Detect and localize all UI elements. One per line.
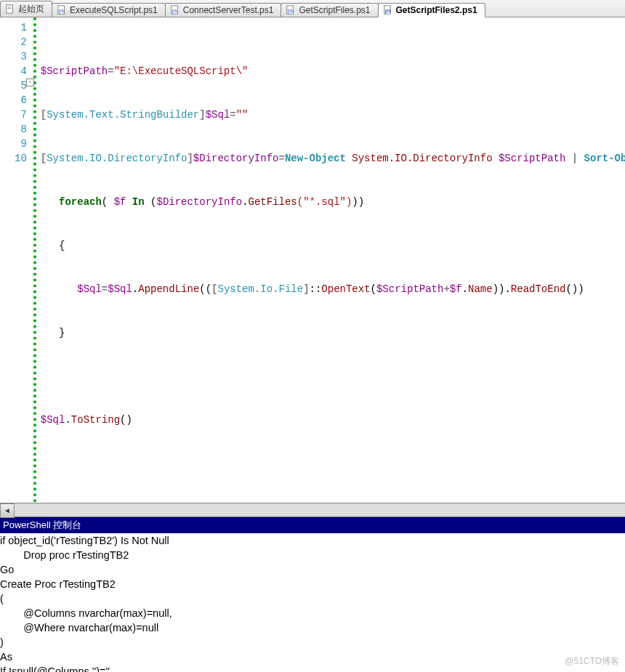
ps1-icon: ps — [286, 5, 296, 15]
code-line: $Sql.ToString() — [41, 413, 625, 427]
code-line — [41, 369, 625, 384]
line-number: 4 — [15, 64, 27, 78]
line-number: 2 — [15, 35, 27, 49]
fold-minus-icon[interactable]: - — [26, 78, 34, 86]
page-icon — [5, 4, 15, 15]
line-number: 5 — [15, 78, 27, 93]
tab-getscriptfiles[interactable]: ps GetScriptFiles.ps1 — [281, 3, 378, 17]
code-line: [System.IO.DirectoryInfo]$DirectoryInfo=… — [41, 151, 625, 166]
console-line: Drop proc rTestingTB2 — [0, 548, 625, 562]
code-line — [41, 456, 625, 471]
tab-getscriptfiles2[interactable]: ps GetScriptFiles2.ps1 — [378, 3, 485, 17]
line-number-gutter: 1 2 3 4 5 6 7 8 9 10 — [0, 17, 33, 503]
line-number: 7 — [15, 108, 27, 122]
svg-rect-2 — [8, 8, 12, 9]
console-line: @Where nvarchar(max)=null — [0, 620, 625, 635]
code-line: { — [41, 238, 625, 253]
console-line: if object_id('rTestingTB2') Is Not Null — [0, 533, 625, 548]
horizontal-scrollbar[interactable]: ◄ — [0, 503, 625, 517]
svg-text:ps: ps — [288, 8, 294, 14]
ps1-icon: ps — [57, 5, 67, 15]
tab-bar: 起始页 ps ExecuteSQLScript.ps1 ps ConnectSe… — [0, 0, 625, 17]
console-line: ) — [0, 635, 625, 649]
tab-label: GetScriptFiles2.ps1 — [396, 5, 477, 15]
line-number: 1 — [15, 20, 27, 35]
code-line: [System.Text.StringBuilder]$Sql="" — [41, 108, 625, 122]
line-number: 6 — [15, 93, 27, 108]
svg-text:ps: ps — [172, 8, 177, 14]
svg-text:ps: ps — [59, 8, 65, 14]
console-line: Go — [0, 562, 625, 577]
svg-rect-1 — [8, 7, 12, 7]
console-line: As — [0, 649, 625, 664]
scroll-left-icon[interactable]: ◄ — [0, 503, 15, 518]
console-line: @Columns nvarchar(max)=null, — [0, 606, 625, 620]
line-number: 3 — [15, 49, 27, 64]
line-number: 8 — [15, 122, 27, 137]
console-line: ( — [0, 591, 625, 606]
tab-connect-server[interactable]: ps ConnectServerTest.ps1 — [165, 3, 282, 17]
powershell-console-output[interactable]: if object_id('rTestingTB2') Is Not Null … — [0, 533, 625, 672]
tab-label: GetScriptFiles.ps1 — [299, 5, 370, 15]
code-line: $ScriptPath="E:\ExecuteSQLScript\" — [41, 64, 625, 78]
code-line: $Sql=$Sql.AppendLine(([System.Io.File]::… — [41, 282, 625, 296]
ps1-icon: ps — [383, 5, 393, 15]
tab-label: 起始页 — [18, 3, 44, 15]
tab-label: ExecuteSQLScript.ps1 — [70, 5, 158, 15]
console-line: If Isnull(@Columns,'')='' — [0, 664, 625, 672]
line-number: 10 — [15, 151, 27, 166]
svg-text:ps: ps — [384, 8, 390, 14]
tab-start-page[interactable]: 起始页 — [0, 1, 52, 17]
console-panel-title: PowerShell 控制台 — [0, 517, 625, 533]
svg-rect-0 — [7, 4, 13, 12]
watermark: @51CTO博客 — [565, 655, 619, 668]
code-line: } — [41, 325, 625, 340]
code-editor[interactable]: 1 2 3 4 5 6 7 8 9 10 - $ScriptPath="E:\E… — [0, 17, 625, 503]
tab-execute-sql[interactable]: ps ExecuteSQLScript.ps1 — [52, 3, 166, 17]
code-line: foreach( $f In ($DirectoryInfo.GetFiles(… — [41, 195, 625, 209]
console-line: Create Proc rTestingTB2 — [0, 577, 625, 591]
tab-label: ConnectServerTest.ps1 — [183, 5, 274, 15]
ps1-icon: ps — [170, 5, 180, 15]
line-number: 9 — [15, 137, 27, 151]
code-body[interactable]: - $ScriptPath="E:\ExecuteSQLScript\" [Sy… — [33, 17, 625, 503]
